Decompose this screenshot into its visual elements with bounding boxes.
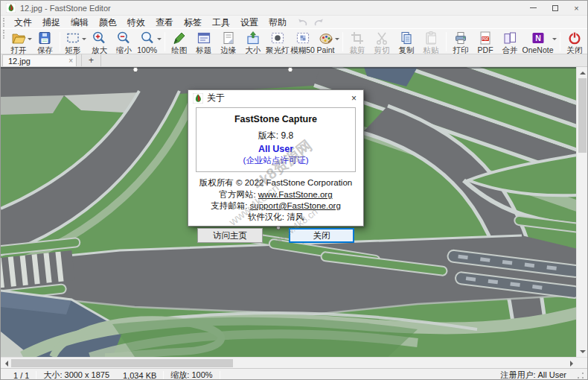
pdf-button[interactable]: PDF PDF	[473, 30, 498, 54]
crop-button[interactable]: 裁剪	[345, 30, 370, 54]
canvas-viewport[interactable]: 关于 × FastStone Capture 版本: 9.8 All User …	[1, 67, 576, 357]
dialog-close-button[interactable]: 关闭	[289, 228, 354, 243]
zoom-out-button[interactable]: 缩小	[112, 30, 136, 54]
scroll-left-button[interactable]	[1, 358, 12, 369]
redo-icon[interactable]	[313, 18, 325, 27]
blur-mosaic-icon	[295, 31, 310, 45]
resize-button[interactable]: 大小	[241, 30, 266, 54]
rectangle-select-button[interactable]: 矩形	[63, 30, 87, 54]
horizontal-scrollbar[interactable]	[1, 357, 587, 368]
canvas-row: 关于 × FastStone Capture 版本: 9.8 All User …	[1, 67, 587, 357]
tab-12jpg[interactable]: 12.jpg ×	[2, 54, 77, 66]
dropdown-caret-icon[interactable]	[335, 38, 339, 40]
rect-select-icon	[65, 31, 80, 45]
arrow-left-icon	[5, 361, 8, 367]
menu-item-tags[interactable]: 标签	[179, 16, 207, 29]
status-file-size: 1,034 KB	[116, 371, 163, 380]
scroll-up-button[interactable]	[577, 67, 588, 78]
paste-button[interactable]: 粘贴	[419, 30, 444, 54]
draw-pen-icon	[172, 31, 187, 45]
draw-button[interactable]: 绘图	[167, 30, 192, 54]
undo-icon[interactable]	[297, 18, 308, 27]
zoom-in-button[interactable]: 放大	[87, 30, 112, 54]
dropdown-caret-icon[interactable]	[552, 38, 557, 40]
minimize-button[interactable]	[523, 1, 544, 15]
paste-clipboard-icon	[424, 31, 438, 45]
menu-item-help[interactable]: 帮助	[263, 16, 292, 29]
merge-pages-icon	[502, 31, 517, 45]
menu-item-view[interactable]: 查看	[150, 16, 179, 29]
save-button[interactable]: 保存	[33, 30, 57, 54]
email-label: 支持邮箱:	[211, 201, 247, 210]
cut-button[interactable]: 剪切	[370, 30, 394, 54]
dialog-close-icon[interactable]: ×	[350, 94, 358, 103]
resize-grip[interactable]	[577, 372, 584, 379]
dialog-body: FastStone Capture 版本: 9.8 All User (企业站点…	[188, 106, 363, 243]
paint-palette-icon	[319, 31, 333, 45]
dropdown-caret-icon[interactable]	[82, 38, 86, 40]
license-user: All User	[199, 144, 352, 154]
onenote-button[interactable]: N OneNote	[523, 30, 557, 54]
menu-item-settings[interactable]: 设置	[235, 16, 263, 29]
copy-button[interactable]: 复制	[394, 30, 419, 54]
maximize-button[interactable]	[544, 1, 566, 15]
website-link[interactable]: www.FastStone.org	[258, 190, 333, 199]
menu-item-file[interactable]: 文件	[9, 16, 37, 29]
cut-scissors-icon	[374, 31, 389, 45]
horizontal-scroll-thumb[interactable]	[11, 359, 233, 367]
app-version: 版本: 9.8	[199, 130, 352, 142]
new-tab-button[interactable]: +	[81, 54, 101, 66]
edge-page-icon	[221, 31, 236, 45]
caption-button[interactable]: 标题	[192, 30, 217, 54]
printer-icon	[453, 31, 468, 45]
dialog-title-bar[interactable]: 关于 ×	[188, 90, 363, 106]
close-editor-button[interactable]: 关闭	[563, 30, 587, 54]
tab-close-icon[interactable]: ×	[68, 57, 73, 65]
save-floppy-icon	[37, 31, 52, 45]
visit-homepage-button[interactable]: 访问主页	[197, 228, 263, 243]
dropdown-caret-icon[interactable]	[157, 38, 162, 40]
menu-item-edit[interactable]: 编辑	[65, 16, 94, 29]
spotlight-button[interactable]: 聚光灯	[266, 30, 290, 54]
status-bar: 1 / 1 大小: 3000 x 1875 1,034 KB 缩放: 100% …	[1, 368, 587, 380]
scroll-right-button[interactable]	[566, 358, 577, 369]
menu-item-capture[interactable]: 捕捉	[37, 16, 65, 29]
status-zoom: 缩放: 100%	[164, 370, 219, 380]
about-groupbox: FastStone Capture 版本: 9.8 All User (企业站点…	[196, 107, 356, 172]
zoom-100-icon	[140, 31, 155, 45]
arrow-up-icon	[580, 72, 586, 75]
website-label: 官方网站:	[219, 190, 255, 199]
localization-row: 软件汉化: 清风	[196, 212, 356, 222]
title-bar: 12.jpg - FastStone Editor ×	[1, 1, 587, 15]
app-name: FastStone Capture	[199, 114, 352, 124]
onenote-icon: N	[531, 31, 546, 45]
faststone-logo-icon	[6, 3, 16, 13]
vertical-scrollbar[interactable]	[576, 67, 587, 357]
edge-button[interactable]: 边缘	[217, 30, 241, 54]
blur-button[interactable]: 模糊50	[290, 30, 316, 54]
menu-item-effects[interactable]: 特效	[122, 16, 150, 29]
dropdown-caret-icon[interactable]	[28, 38, 32, 40]
print-button[interactable]: 打印	[449, 30, 473, 54]
website-row: 官方网站: www.FastStone.org	[196, 190, 356, 200]
menu-item-colors[interactable]: 颜色	[94, 16, 122, 29]
license-note[interactable]: (企业站点许可证)	[199, 155, 352, 166]
paint-button[interactable]: Paint	[316, 30, 340, 54]
tab-label: 12.jpg	[8, 57, 31, 66]
close-window-button[interactable]: ×	[566, 1, 587, 15]
scroll-down-button[interactable]	[577, 346, 588, 357]
vertical-scroll-thumb[interactable]	[578, 78, 587, 153]
tab-bar: 12.jpg × +	[1, 54, 587, 67]
merge-button[interactable]: 合并	[498, 30, 523, 54]
open-button[interactable]: 打开	[8, 30, 33, 54]
spotlight-icon	[270, 31, 285, 45]
zoom-100-button[interactable]: 100%	[136, 30, 162, 54]
zoom-out-icon	[116, 31, 131, 45]
toolbar-grip[interactable]	[3, 30, 6, 39]
toolbar-separator	[446, 32, 447, 51]
menubar-grip[interactable]	[3, 18, 7, 27]
menu-item-tools[interactable]: 工具	[207, 16, 235, 29]
status-page: 1 / 1	[7, 371, 36, 380]
caption-icon	[196, 31, 211, 45]
email-link[interactable]: support@FastStone.org	[250, 201, 341, 210]
